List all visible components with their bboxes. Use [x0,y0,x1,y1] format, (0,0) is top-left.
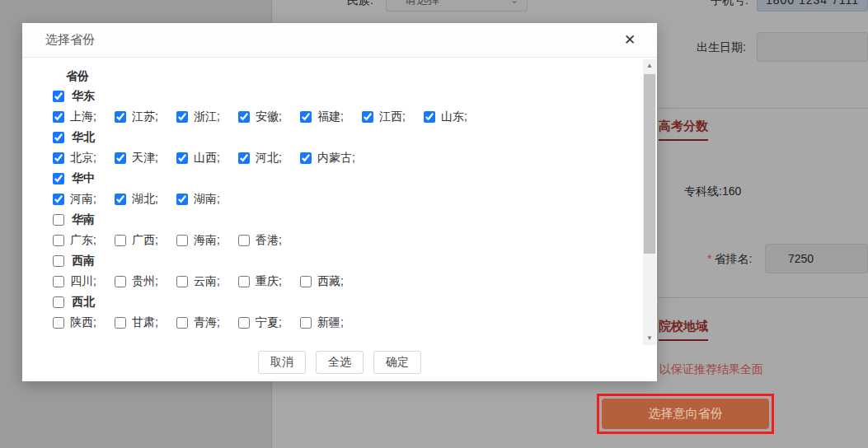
province-checkbox[interactable] [53,194,64,205]
region-checkbox[interactable] [53,91,64,102]
province-checkbox[interactable] [53,235,64,246]
province-checkbox[interactable] [238,235,250,246]
province-option[interactable]: 宁夏; [238,315,300,330]
confirm-button[interactable]: 确定 [373,351,421,374]
region-row: 华南 [53,209,620,230]
province-option[interactable]: 山西; [176,151,238,166]
province-label: 湖北; [132,192,158,207]
province-option[interactable]: 新疆; [300,315,362,330]
close-icon[interactable]: ✕ [619,30,640,51]
province-option[interactable]: 河北; [238,151,300,166]
province-option[interactable]: 重庆; [238,274,300,289]
province-option[interactable]: 湖北; [115,192,176,207]
scroll-up-icon[interactable]: ▲ [643,59,656,72]
province-label: 云南; [194,274,220,289]
province-checkbox[interactable] [53,276,64,287]
province-checkbox[interactable] [176,111,188,123]
province-option[interactable]: 西藏; [300,274,362,289]
province-option[interactable]: 云南; [176,274,238,289]
province-label: 福建; [317,110,344,124]
province-groups: 华东上海;江苏;浙江;安徽;福建;江西;山东;华北北京;天津;山西;河北;内蒙古… [53,86,620,333]
province-checkbox[interactable] [300,317,312,329]
province-option[interactable]: 上海; [53,110,115,124]
province-checkbox[interactable] [115,276,126,287]
region-checkbox[interactable] [53,255,64,267]
province-row: 上海;江苏;浙江;安徽;福建;江西;山东; [53,106,620,127]
province-checkbox[interactable] [300,111,312,123]
select-intent-province-button[interactable]: 选择意向省份 [602,399,769,429]
scrollbar[interactable]: ▲ ▼ [643,59,656,345]
province-option[interactable]: 内蒙古; [300,151,362,166]
region-label: 华东 [72,89,95,104]
province-checkbox[interactable] [176,317,188,329]
province-checkbox[interactable] [238,276,250,287]
province-checkbox[interactable] [53,152,64,164]
province-checkbox[interactable] [115,194,126,205]
province-checkbox[interactable] [176,276,188,287]
province-checkbox[interactable] [362,111,373,123]
region-checkbox[interactable] [53,214,64,226]
province-option[interactable]: 青海; [176,315,238,330]
cancel-button[interactable]: 取消 [258,351,306,374]
province-row: 北京;天津;山西;河北;内蒙古; [53,147,620,168]
region-checkbox[interactable] [53,173,64,184]
province-option[interactable]: 福建; [300,110,362,124]
region-label: 华南 [72,212,95,227]
province-label: 安徽; [256,110,282,124]
select-all-button[interactable]: 全选 [316,351,364,374]
province-checkbox[interactable] [115,317,126,329]
highlight-rect: 选择意向省份 [597,394,774,434]
province-checkbox[interactable] [238,111,250,123]
province-label: 四川; [70,274,96,289]
province-option[interactable]: 江西; [362,110,424,124]
province-option[interactable]: 甘肃; [115,315,176,330]
province-option[interactable]: 天津; [115,151,176,166]
province-row: 陕西;甘肃;青海;宁夏;新疆; [53,312,620,333]
province-checkbox[interactable] [176,152,188,164]
province-label: 香港; [256,233,282,248]
province-checkbox[interactable] [300,152,312,164]
province-checkbox[interactable] [53,111,64,123]
province-option[interactable]: 广东; [53,233,115,248]
province-option[interactable]: 浙江; [176,110,238,124]
province-option[interactable]: 湖南; [176,192,238,207]
province-checkbox[interactable] [176,235,188,246]
province-checkbox[interactable] [424,111,435,123]
province-option[interactable]: 山东; [424,110,486,124]
province-option[interactable]: 江苏; [115,110,176,124]
modal-header: 选择省份 ✕ [22,23,657,58]
province-label: 浙江; [194,110,220,124]
province-option[interactable]: 香港; [238,233,300,248]
region-checkbox[interactable] [53,132,64,143]
province-checkbox[interactable] [115,235,126,246]
province-checkbox[interactable] [238,152,250,164]
province-label: 山西; [194,151,220,166]
province-checkbox[interactable] [53,317,64,329]
province-checkbox[interactable] [115,111,126,123]
province-label: 西藏; [317,274,344,289]
province-option[interactable]: 安徽; [238,110,300,124]
scrollbar-thumb[interactable] [644,74,655,254]
province-option[interactable]: 海南; [176,233,238,248]
region-label: 西南 [72,254,95,268]
province-option[interactable]: 广西; [115,233,176,248]
province-option[interactable]: 河南; [53,192,115,207]
scroll-down-icon[interactable]: ▼ [643,332,656,345]
region-row: 华东 [53,86,620,106]
province-label: 上海; [70,110,96,124]
province-option[interactable]: 北京; [53,151,115,166]
province-option[interactable]: 贵州; [115,274,176,289]
province-checkbox[interactable] [300,276,312,287]
province-label: 内蒙古; [317,151,355,166]
province-checkbox[interactable] [115,152,126,164]
province-label: 江苏; [132,110,158,124]
province-label: 河南; [70,192,96,207]
region-label: 西北 [72,295,95,310]
province-checkbox[interactable] [238,317,250,329]
region-checkbox[interactable] [53,296,64,308]
region-label: 华北 [72,130,95,145]
province-option[interactable]: 四川; [53,274,115,289]
province-checkbox[interactable] [176,194,188,205]
province-option[interactable]: 陕西; [53,315,115,330]
region-row: 西北 [53,292,620,312]
